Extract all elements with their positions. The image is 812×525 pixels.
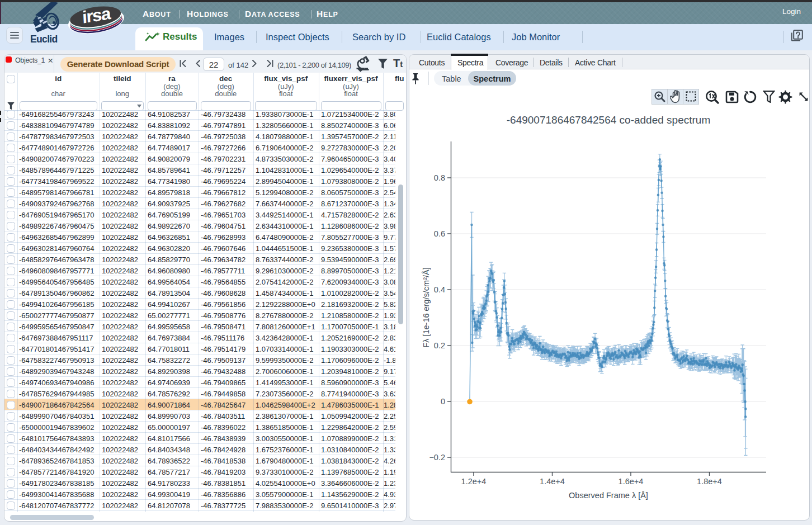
svg-text:1.8e+4: 1.8e+4 <box>697 477 722 486</box>
svg-text:Fλ [1e-16 erg/s/cm²/Å]: Fλ [1e-16 erg/s/cm²/Å] <box>422 267 431 347</box>
svg-text:1.6e+4: 1.6e+4 <box>619 477 644 486</box>
svg-text:Observed Frame λ [Å]: Observed Frame λ [Å] <box>569 491 648 500</box>
svg-text:0.8: 0.8 <box>434 173 445 182</box>
svg-text:0.2: 0.2 <box>434 341 445 350</box>
svg-text:0.4: 0.4 <box>434 285 445 294</box>
svg-text:-649007186467842564 co-added s: -649007186467842564 co-added spectrum <box>507 114 710 126</box>
svg-text:−0.2: −0.2 <box>429 453 445 462</box>
svg-text:0.6: 0.6 <box>434 229 445 238</box>
svg-text:0: 0 <box>441 397 445 406</box>
svg-text:1.2e+4: 1.2e+4 <box>461 477 487 486</box>
svg-text:1.4e+4: 1.4e+4 <box>540 477 565 486</box>
